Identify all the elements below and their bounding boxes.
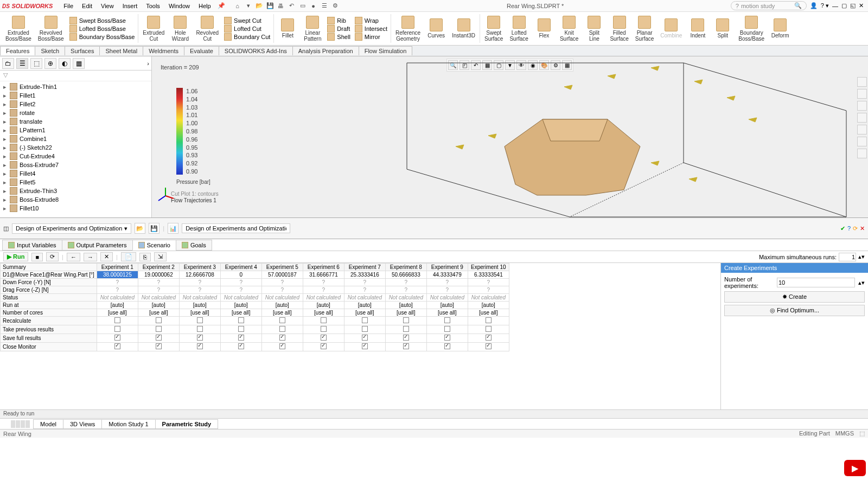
tree-item[interactable]: ▸Fillet1 [0, 91, 151, 100]
data-cell[interactable]: Not calculated [261, 294, 303, 302]
checkbox-cell[interactable] [385, 317, 426, 325]
data-cell[interactable]: [auto] [138, 302, 179, 309]
maximize-icon[interactable]: ◱ [850, 2, 856, 9]
data-cell[interactable]: ? [179, 286, 220, 294]
checkbox-cell[interactable] [385, 334, 426, 343]
data-cell[interactable]: [auto] [468, 302, 509, 309]
ribbon-reference[interactable]: ReferenceGeometry [392, 12, 424, 45]
data-cell[interactable]: [auto] [385, 302, 426, 309]
new-icon[interactable]: ▾ [244, 1, 253, 11]
bottom-tab-model[interactable]: Model [33, 419, 63, 429]
data-cell[interactable]: Not calculated [426, 294, 468, 302]
checkbox-cell[interactable] [261, 317, 303, 325]
checkbox-cell[interactable] [344, 343, 385, 351]
resources-icon[interactable] [857, 77, 867, 87]
explorer-icon[interactable] [857, 101, 867, 111]
menu-view[interactable]: View [97, 2, 118, 10]
chart-icon[interactable]: 📊 [168, 223, 178, 234]
checkbox-cell[interactable] [138, 317, 179, 325]
checkbox-cell[interactable] [426, 334, 468, 343]
checkbox-cell[interactable] [97, 343, 138, 351]
ribbon-mirror[interactable]: Mirror [355, 33, 387, 41]
custom-props-icon[interactable] [857, 137, 867, 146]
menu-help[interactable]: Help [194, 2, 215, 10]
data-cell[interactable]: [auto] [179, 302, 220, 309]
options-list-icon[interactable]: ☰ [320, 1, 329, 11]
doe-name-input[interactable] [182, 223, 290, 233]
ribbon-lofted-boss/base[interactable]: Lofted Boss/Base [69, 25, 135, 33]
expand-right-icon[interactable]: › [147, 60, 149, 67]
checkbox-cell[interactable] [344, 334, 385, 343]
tab-surfaces[interactable]: Surfaces [65, 46, 100, 55]
data-cell[interactable]: ? [179, 279, 220, 286]
ribbon-fillet[interactable]: Fillet [275, 12, 300, 45]
data-cell[interactable]: Not calculated [220, 294, 261, 302]
data-cell[interactable]: [auto] [303, 302, 344, 309]
subtab-scenario[interactable]: Scenario [132, 240, 176, 251]
ribbon-extruded[interactable]: ExtrudedBoss/Base [2, 12, 35, 45]
data-cell[interactable]: [use all] [468, 309, 509, 317]
search-icon[interactable]: 🔍 [794, 2, 802, 9]
ribbon-rib[interactable]: Rib [327, 17, 350, 24]
data-cell[interactable]: ? [426, 279, 468, 286]
ribbon-split[interactable]: Split [710, 12, 735, 45]
tab-evaluate[interactable]: Evaluate [184, 46, 219, 55]
data-cell[interactable]: 31.6666771 [303, 271, 344, 279]
exp-header[interactable]: Experiment 10 [468, 264, 509, 271]
user-icon[interactable]: 👤 [810, 2, 818, 9]
delete-button[interactable]: ✕ [100, 252, 113, 261]
ribbon-lofted[interactable]: LoftedSurface [506, 12, 531, 45]
data-cell[interactable]: Not calculated [303, 294, 344, 302]
refresh-button[interactable]: ⟳ [46, 252, 59, 261]
checkbox-cell[interactable] [385, 325, 426, 334]
menu-insert[interactable]: Insert [118, 2, 142, 10]
export-button[interactable]: ⇲ [154, 252, 167, 261]
maxruns-spinner[interactable]: ▴▾ [858, 253, 865, 260]
open-icon[interactable]: 📂 [135, 223, 145, 234]
data-cell[interactable]: Not calculated [344, 294, 385, 302]
data-cell[interactable]: Not calculated [138, 294, 179, 302]
data-cell[interactable]: [use all] [179, 309, 220, 317]
checkbox-cell[interactable] [261, 343, 303, 351]
data-cell[interactable]: [auto] [97, 302, 138, 309]
close-icon[interactable]: ✕ [859, 2, 864, 9]
data-cell[interactable]: [use all] [344, 309, 385, 317]
num-experiments-input[interactable] [777, 278, 855, 287]
data-cell[interactable]: ? [261, 279, 303, 286]
data-cell[interactable]: ? [303, 286, 344, 294]
ribbon-flex[interactable]: Flex [532, 12, 557, 45]
data-cell[interactable]: [auto] [261, 302, 303, 309]
checkbox-cell[interactable] [179, 334, 220, 343]
undo-icon[interactable]: ↶ [287, 1, 297, 11]
pin-icon[interactable]: 📌 [218, 2, 225, 9]
ribbon-combine[interactable]: Combine [657, 12, 685, 45]
data-cell[interactable]: Not calculated [97, 294, 138, 302]
data-cell[interactable]: Not calculated [468, 294, 509, 302]
data-cell[interactable]: 50.6666833 [385, 271, 426, 279]
checkbox-cell[interactable] [97, 334, 138, 343]
run-button[interactable]: ▶ Run [3, 252, 28, 261]
data-cell[interactable]: ? [261, 286, 303, 294]
menu-tools[interactable]: Tools [142, 2, 164, 10]
tab-nav-icons[interactable] [11, 420, 30, 428]
exp-header[interactable]: Experiment 4 [220, 264, 261, 271]
tree-item[interactable]: ▸Boss-Extrude7 [0, 161, 151, 169]
exp-header[interactable]: Experiment 2 [138, 264, 179, 271]
data-cell[interactable]: ? [344, 286, 385, 294]
data-cell[interactable]: ? [138, 279, 179, 286]
ribbon-indent[interactable]: Indent [685, 12, 710, 45]
checkbox-cell[interactable] [303, 317, 344, 325]
ribbon-swept-cut[interactable]: Swept Cut [224, 17, 270, 24]
checkbox-cell[interactable] [97, 317, 138, 325]
data-cell[interactable]: 6.33333541 [468, 271, 509, 279]
find-optimum-button[interactable]: ◎ Find Optimum... [724, 305, 865, 316]
data-cell[interactable]: Not calculated [385, 294, 426, 302]
prev-button[interactable]: ← [67, 253, 80, 261]
subscribe-badge[interactable]: ▶ [844, 460, 866, 476]
fm-tree-icon[interactable]: 🗀 [2, 58, 14, 69]
tab-analysis-preparation[interactable]: Analysis Preparation [292, 46, 359, 55]
copy-button[interactable]: ⎘ [139, 253, 151, 261]
data-cell[interactable]: ? [426, 286, 468, 294]
fm-list-icon[interactable]: ☰ [16, 58, 28, 69]
ribbon-boundary-cut[interactable]: Boundary Cut [224, 33, 270, 41]
